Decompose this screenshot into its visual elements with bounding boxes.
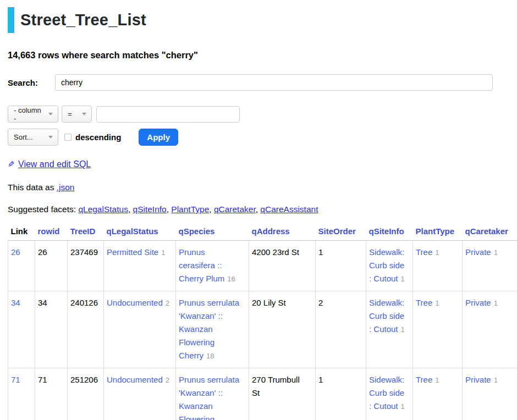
column-header-qaddress[interactable]: qAddress	[252, 226, 290, 236]
facet-count: 1	[435, 248, 439, 257]
cell-siteorder: 1	[316, 241, 366, 291]
facet-item: qCareAssistant	[260, 205, 318, 214]
cell-qspecies: Prunus serrulata 'Kwanzan' :: Kwanzan Fl…	[176, 368, 249, 420]
legal-status-link[interactable]: Permitted Site	[107, 247, 158, 257]
facet-count: 1	[401, 402, 405, 411]
json-link[interactable]: .json	[57, 183, 75, 192]
facet-count: 2	[166, 376, 169, 384]
column-header-rowid[interactable]: rowid	[38, 226, 60, 236]
facet-count: 1	[401, 275, 405, 283]
descending-checkbox[interactable]	[64, 134, 72, 141]
data-as-line: This data as .json	[8, 183, 517, 192]
cell-planttype: Tree1	[413, 291, 463, 368]
facet-count: 16	[227, 275, 235, 283]
cell-planttype: Tree1	[413, 241, 463, 291]
search-row: Search:	[8, 74, 517, 91]
cell-rowid: 71	[35, 368, 68, 420]
species-link[interactable]: Prunus serrulata 'Kwanzan' :: Kwanzan Fl…	[179, 375, 239, 420]
cell-rowid: 26	[35, 241, 68, 291]
column-header-qsiteinfo[interactable]: qSiteInfo	[369, 226, 404, 236]
cell-rowid: 34	[35, 291, 68, 368]
cell-treeid: 237469	[68, 241, 104, 291]
site-info-link[interactable]: Sidewalk: Curb side : Cutout	[369, 375, 404, 411]
cell-qlegalstatus: Permitted Site1	[104, 241, 176, 291]
column-header-qlegalstatus[interactable]: qLegalStatus	[107, 226, 158, 236]
data-as-text: This data as	[8, 183, 57, 192]
facet-link-qcareassistant[interactable]: qCareAssistant	[260, 205, 318, 214]
plant-type-link[interactable]: Tree	[416, 375, 432, 384]
species-link[interactable]: Prunus serrulata 'Kwanzan' :: Kwanzan Fl…	[179, 298, 239, 360]
cell-qlegalstatus: Undocumented2	[104, 368, 176, 420]
column-header-qcaretaker[interactable]: qCaretaker	[465, 226, 508, 236]
page-header: Street_Tree_List	[8, 7, 517, 33]
row-link[interactable]: 34	[11, 298, 20, 307]
row-count-summary: 14,663 rows where search matches "cherry…	[8, 50, 517, 60]
cell-planttype: Tree1	[413, 368, 463, 420]
facet-count: 1	[161, 248, 165, 257]
filter-row: - column - =	[8, 106, 517, 123]
filter-value-input[interactable]	[96, 106, 240, 123]
cell-qsiteinfo: Sidewalk: Curb side : Cutout1	[366, 241, 413, 291]
cell-qspecies: Prunus cerasifera :: Cherry Plum16	[176, 241, 249, 291]
plant-type-link[interactable]: Tree	[416, 247, 432, 257]
suggested-facets-label: Suggested facets:	[8, 205, 78, 214]
operator-select[interactable]: =	[62, 106, 92, 123]
table-row: 34 34 240126 Undocumented2 Prunus serrul…	[8, 291, 517, 368]
facet-count: 1	[435, 299, 439, 307]
search-input[interactable]	[55, 74, 493, 91]
column-header-planttype[interactable]: PlantType	[416, 226, 455, 236]
cell-siteorder: 2	[316, 291, 366, 368]
row-link[interactable]: 26	[11, 247, 20, 257]
facet-link-qcaretaker[interactable]: qCaretaker	[214, 205, 256, 214]
search-label: Search:	[8, 78, 55, 87]
legal-status-link[interactable]: Undocumented	[107, 375, 163, 384]
legal-status-link[interactable]: Undocumented	[107, 298, 163, 307]
cell-qaddress: 4200 23rd St	[249, 241, 316, 291]
page-container: Street_Tree_List 14,663 rows where searc…	[0, 7, 517, 420]
apply-button[interactable]: Apply	[139, 129, 178, 146]
cell-qcaretaker: Private1	[463, 241, 517, 291]
pencil-icon: ✎	[8, 159, 15, 169]
column-select[interactable]: - column -	[8, 106, 58, 123]
facet-count: 1	[494, 299, 498, 307]
caretaker-link[interactable]: Private	[465, 375, 491, 384]
cell-qsiteinfo: Sidewalk: Curb side : Cutout1	[366, 291, 413, 368]
site-info-link[interactable]: Sidewalk: Curb side : Cutout	[369, 298, 404, 334]
chevron-down-icon	[48, 136, 53, 139]
plant-type-link[interactable]: Tree	[416, 298, 432, 307]
cell-siteorder: 1	[316, 368, 366, 420]
table-row: 26 26 237469 Permitted Site1 Prunus cera…	[8, 241, 517, 291]
cell-qcaretaker: Private1	[463, 368, 517, 420]
facet-link-qsiteinfo[interactable]: qSiteInfo	[133, 205, 167, 214]
table-row: 71 71 251206 Undocumented2 Prunus serrul…	[8, 368, 517, 420]
cell-qaddress: 20 Lily St	[249, 291, 316, 368]
page-title: Street_Tree_List	[14, 7, 146, 33]
row-link[interactable]: 71	[11, 375, 20, 384]
sort-select[interactable]: Sort...	[8, 129, 58, 146]
results-table: Link rowid TreeID qLegalStatus qSpecies …	[8, 224, 517, 420]
cell-qcaretaker: Private1	[463, 291, 517, 368]
suggested-facets-line: Suggested facets: qLegalStatusqSiteInfoP…	[8, 205, 517, 214]
chevron-down-icon	[82, 113, 86, 115]
site-info-link[interactable]: Sidewalk: Curb side : Cutout	[369, 247, 404, 283]
caretaker-link[interactable]: Private	[465, 247, 491, 257]
chevron-down-icon	[48, 113, 53, 115]
column-header-treeid[interactable]: TreeID	[70, 226, 96, 236]
facet-item: qCaretaker	[214, 205, 260, 214]
sort-row: Sort... descending Apply	[8, 129, 517, 146]
cell-treeid: 251206	[68, 368, 104, 420]
table-header-row: Link rowid TreeID qLegalStatus qSpecies …	[8, 224, 517, 241]
cell-treeid: 240126	[68, 291, 104, 368]
facet-link-qlegalstatus[interactable]: qLegalStatus	[78, 205, 128, 214]
column-header-qspecies[interactable]: qSpecies	[179, 226, 215, 236]
facet-item: PlantType	[171, 205, 214, 214]
species-link[interactable]: Prunus cerasifera :: Cherry Plum	[179, 247, 224, 283]
facet-count: 1	[494, 248, 498, 257]
sql-line: ✎ View and edit SQL	[8, 159, 517, 169]
column-select-value: - column -	[14, 106, 44, 123]
view-edit-sql-link[interactable]: View and edit SQL	[18, 159, 91, 169]
column-header-siteorder[interactable]: SiteOrder	[318, 226, 356, 236]
sort-select-value: Sort...	[14, 133, 33, 141]
caretaker-link[interactable]: Private	[465, 298, 491, 307]
facet-link-planttype[interactable]: PlantType	[171, 205, 209, 214]
